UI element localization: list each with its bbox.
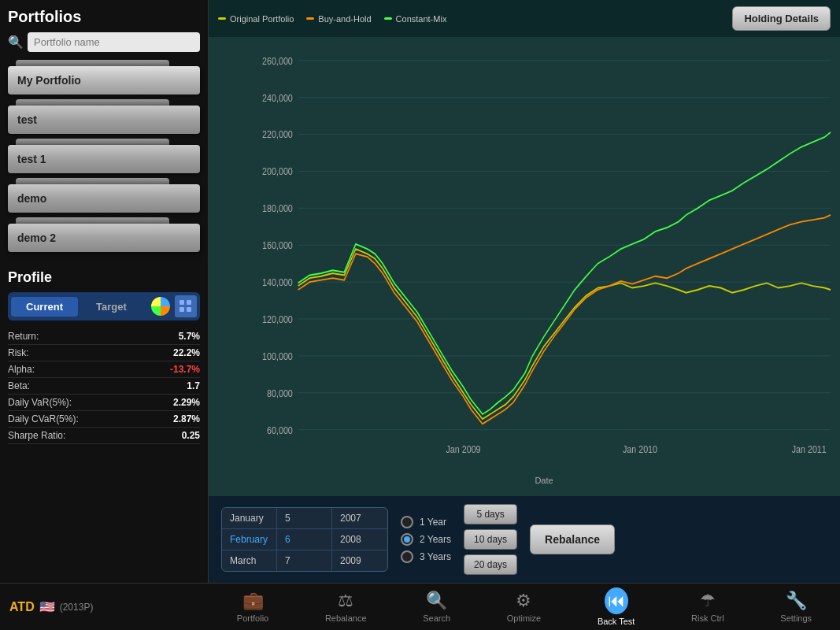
svg-text:Jan 2009: Jan 2009 (446, 443, 480, 456)
stats-label: Risk: (8, 347, 29, 358)
svg-rect-4 (187, 307, 191, 312)
svg-text:Jan 2011: Jan 2011 (792, 443, 827, 456)
stats-row: Return: 5.7% (8, 328, 200, 345)
radio-outer[interactable] (401, 533, 413, 546)
interval-button[interactable]: 10 days (464, 529, 517, 550)
portfolio-item[interactable]: demo 2 (8, 217, 200, 252)
period-selector: 1 Year 2 Years 3 Years (401, 516, 451, 563)
tab-current[interactable]: Current (11, 297, 78, 317)
svg-text:140,000: 140,000 (262, 276, 293, 289)
date-year[interactable]: 2008 (332, 529, 387, 550)
search-row: 🔍 (8, 32, 200, 52)
brand-year: (2013P) (60, 602, 94, 613)
nav-item-portfolio[interactable]: 💼Portfolio (237, 591, 268, 623)
portfolio-item[interactable]: test (8, 99, 200, 134)
chart-legend: Original PortfolioBuy-and-HoldConstant-M… (218, 14, 446, 24)
stats-row: Risk: 22.2% (8, 345, 200, 361)
search-input[interactable] (28, 32, 200, 52)
brand-flag: 🇺🇸 (39, 599, 55, 614)
chart-svg: .grid-line { stroke: #2a5a5a; stroke-wid… (256, 45, 832, 472)
grid-icon[interactable] (175, 295, 197, 317)
nav-icon: ⏮ (605, 587, 628, 614)
portfolio-list: My Portfoliotesttest 1demodemo 2 (8, 60, 200, 257)
interval-button[interactable]: 5 days (464, 504, 517, 524)
stats-value: 1.7 (187, 380, 200, 391)
period-label: 3 Years (420, 551, 451, 562)
svg-text:160,000: 160,000 (262, 239, 293, 252)
bottom-nav: ATD 🇺🇸 (2013P) 💼Portfolio⚖Rebalance🔍Sear… (0, 583, 840, 630)
nav-item-back-test[interactable]: ⏮Back Test (598, 587, 635, 626)
radio-inner (404, 519, 410, 525)
radio-inner (404, 554, 410, 560)
date-day[interactable]: 7 (277, 550, 332, 571)
radio-outer[interactable] (401, 516, 413, 528)
svg-text:60,000: 60,000 (267, 424, 293, 436)
legend-item: Constant-Mix (384, 14, 447, 24)
date-month[interactable]: March (222, 550, 277, 571)
svg-text:80,000: 80,000 (267, 387, 293, 400)
period-option[interactable]: 3 Years (401, 550, 451, 563)
date-day[interactable]: 6 (277, 529, 332, 550)
nav-items: 💼Portfolio⚖Rebalance🔍Search⚙Optimize⏮Bac… (209, 587, 840, 626)
svg-text:Jan 2010: Jan 2010 (623, 443, 657, 456)
nav-icon: ⚖ (338, 591, 353, 611)
svg-text:120,000: 120,000 (262, 313, 293, 326)
stats-row: Daily CVaR(5%): 2.87% (8, 411, 200, 428)
svg-text:200,000: 200,000 (262, 165, 293, 178)
stats-label: Alpha: (8, 364, 35, 375)
nav-label: Risk Ctrl (691, 613, 724, 623)
svg-rect-1 (179, 300, 184, 305)
period-option[interactable]: 2 Years (401, 533, 451, 546)
nav-item-search[interactable]: 🔍Search (423, 591, 450, 623)
date-year[interactable]: 2009 (332, 550, 387, 571)
date-picker[interactable]: January 5 2007 February 6 2008 March 7 2… (221, 507, 388, 572)
svg-text:260,000: 260,000 (262, 54, 293, 67)
profile-tabs: Current Target (8, 292, 200, 321)
date-row[interactable]: March 7 2009 (222, 550, 387, 571)
nav-label: Portfolio (237, 613, 268, 623)
pie-chart-icon[interactable] (150, 295, 172, 317)
nav-item-optimize[interactable]: ⚙Optimize (507, 591, 541, 623)
portfolio-item[interactable]: test 1 (8, 139, 200, 173)
date-month[interactable]: February (222, 529, 277, 550)
stats-value: 2.87% (173, 413, 200, 424)
svg-text:180,000: 180,000 (262, 202, 293, 215)
portfolio-item[interactable]: My Portfolio (8, 60, 200, 94)
nav-icon: 💼 (242, 591, 264, 611)
period-option[interactable]: 1 Year (401, 516, 451, 528)
svg-text:100,000: 100,000 (262, 350, 293, 363)
brand-text: ATD (9, 600, 35, 614)
bottom-controls: January 5 2007 February 6 2008 March 7 2… (209, 496, 840, 583)
stats-value: 0.25 (182, 430, 200, 441)
nav-item-risk-ctrl[interactable]: ☂Risk Ctrl (691, 591, 724, 623)
profile-tab-icons (150, 295, 197, 317)
date-row[interactable]: January 5 2007 (222, 508, 387, 529)
interval-button[interactable]: 20 days (464, 554, 517, 575)
holding-details-button[interactable]: Holding Details (732, 6, 831, 31)
date-row[interactable]: February 6 2008 (222, 529, 387, 550)
chart-canvas-area: .grid-line { stroke: #2a5a5a; stroke-wid… (209, 37, 840, 496)
nav-label: Optimize (507, 613, 541, 623)
nav-icon: ☂ (700, 591, 716, 611)
portfolio-item[interactable]: demo (8, 178, 200, 213)
nav-item-settings[interactable]: 🔧Settings (780, 591, 812, 623)
stats-label: Daily VaR(5%): (8, 397, 72, 408)
nav-item-rebalance[interactable]: ⚖Rebalance (325, 591, 367, 623)
stats-value: 22.2% (173, 347, 200, 358)
chart-area: Original PortfolioBuy-and-HoldConstant-M… (209, 0, 840, 583)
date-year[interactable]: 2007 (332, 508, 387, 528)
date-day[interactable]: 5 (277, 508, 332, 528)
svg-rect-3 (179, 307, 184, 312)
nav-icon: 🔍 (426, 591, 447, 611)
rebalance-button[interactable]: Rebalance (530, 524, 615, 554)
radio-outer[interactable] (401, 550, 413, 563)
tab-target[interactable]: Target (78, 297, 145, 317)
nav-label: Rebalance (325, 613, 367, 623)
stats-label: Sharpe Ratio: (8, 430, 65, 441)
profile-section: Profile Current Target (8, 269, 200, 575)
svg-text:220,000: 220,000 (262, 128, 293, 141)
nav-brand: ATD 🇺🇸 (2013P) (0, 599, 209, 614)
nav-label: Settings (780, 613, 812, 623)
stats-row: Daily VaR(5%): 2.29% (8, 395, 200, 411)
date-month[interactable]: January (222, 508, 277, 528)
